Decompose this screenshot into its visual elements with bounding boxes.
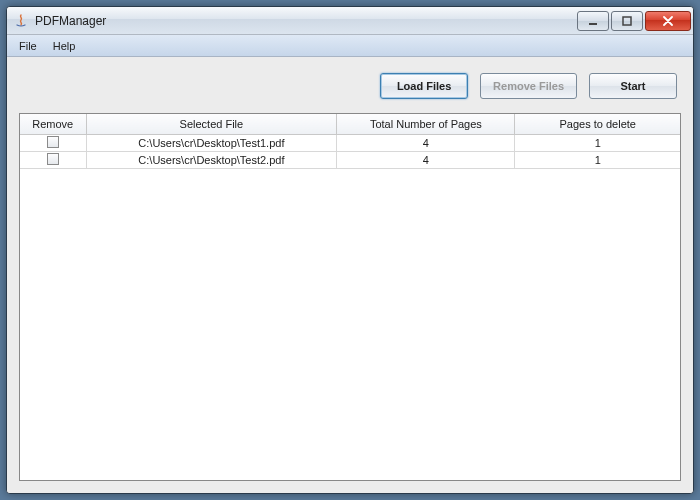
content-area: Load Files Remove Files Start Remove Sel…: [7, 57, 693, 493]
window-controls: [577, 11, 691, 31]
start-button[interactable]: Start: [589, 73, 677, 99]
maximize-button[interactable]: [611, 11, 643, 31]
cell-file[interactable]: C:\Users\cr\Desktop\Test1.pdf: [86, 134, 337, 151]
titlebar[interactable]: PDFManager: [7, 7, 693, 35]
table-row[interactable]: C:\Users\cr\Desktop\Test2.pdf 4 1: [20, 151, 680, 168]
table-row[interactable]: C:\Users\cr\Desktop\Test1.pdf 4 1: [20, 134, 680, 151]
cell-pages[interactable]: 4: [337, 134, 515, 151]
java-icon: [13, 13, 29, 29]
load-files-button[interactable]: Load Files: [380, 73, 468, 99]
file-table: Remove Selected File Total Number of Pag…: [20, 114, 680, 169]
minimize-button[interactable]: [577, 11, 609, 31]
main-window: PDFManager File Help Load Files Remove F…: [6, 6, 694, 494]
svg-rect-1: [623, 17, 631, 25]
remove-files-button[interactable]: Remove Files: [480, 73, 577, 99]
cell-file[interactable]: C:\Users\cr\Desktop\Test2.pdf: [86, 151, 337, 168]
cell-delete[interactable]: 1: [515, 151, 680, 168]
svg-rect-0: [589, 23, 597, 25]
col-header-pages[interactable]: Total Number of Pages: [337, 114, 515, 134]
menubar: File Help: [7, 35, 693, 57]
cell-pages[interactable]: 4: [337, 151, 515, 168]
remove-checkbox[interactable]: [47, 153, 59, 165]
remove-checkbox[interactable]: [47, 136, 59, 148]
col-header-remove[interactable]: Remove: [20, 114, 86, 134]
menu-help[interactable]: Help: [45, 35, 84, 56]
menu-file[interactable]: File: [11, 35, 45, 56]
close-button[interactable]: [645, 11, 691, 31]
toolbar: Load Files Remove Files Start: [19, 67, 681, 113]
window-title: PDFManager: [35, 14, 577, 28]
table-header-row: Remove Selected File Total Number of Pag…: [20, 114, 680, 134]
cell-remove[interactable]: [20, 134, 86, 151]
cell-delete[interactable]: 1: [515, 134, 680, 151]
cell-remove[interactable]: [20, 151, 86, 168]
col-header-delete[interactable]: Pages to delete: [515, 114, 680, 134]
col-header-file[interactable]: Selected File: [86, 114, 337, 134]
file-table-container: Remove Selected File Total Number of Pag…: [19, 113, 681, 481]
